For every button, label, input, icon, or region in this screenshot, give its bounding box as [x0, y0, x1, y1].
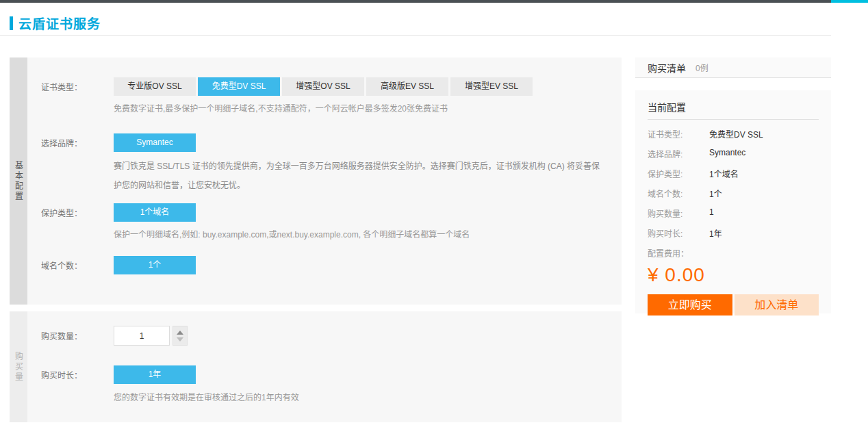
basic-config-panel: 基本配置 证书类型： 专业版OV SSL 免费型DV SSL 增强型OV SSL…: [10, 57, 622, 305]
cert-type-row: 证书类型： 专业版OV SSL 免费型DV SSL 增强型OV SSL 高级版E…: [27, 77, 622, 96]
summary-label: 域名个数:: [648, 188, 709, 199]
quantity-label: 购买数量：: [27, 330, 114, 342]
summary-value: Symantec: [709, 148, 745, 159]
protection-type-row: 保护类型： 1个域名: [27, 203, 622, 222]
domain-count-label: 域名个数：: [27, 259, 114, 271]
summary-value: 1个域名: [709, 168, 739, 179]
cert-type-option-enhanced-ov[interactable]: 增强型OV SSL: [282, 77, 364, 96]
page-title: 云盾证书服务: [18, 14, 101, 32]
summary-row-domain-count: 域名个数: 1个: [648, 188, 819, 199]
duration-option-one-year[interactable]: 1年: [114, 365, 196, 384]
cert-type-options: 专业版OV SSL 免费型DV SSL 增强型OV SSL 高级版EV SSL …: [114, 77, 535, 96]
cart-count-badge: 0例: [695, 62, 709, 73]
summary-value: 1: [709, 207, 714, 219]
brand-label: 选择品牌：: [27, 137, 114, 149]
summary-label: 购买时长:: [648, 227, 709, 239]
summary-label: 保护类型:: [648, 168, 709, 179]
quantity-row: 购买数量：: [27, 326, 622, 346]
stepper-up-icon[interactable]: [177, 331, 183, 335]
tab-purchase[interactable]: 购买量: [10, 311, 27, 422]
cert-type-option-advanced-ev[interactable]: 高级版EV SSL: [366, 77, 448, 96]
cert-type-description: 免费数字证书,最多保护一个明细子域名,不支持通配符，一个阿云帐户最多签发20张免…: [114, 103, 608, 115]
protection-type-label: 保护类型：: [27, 207, 114, 218]
cert-type-option-enhanced-ev[interactable]: 增强型EV SSL: [450, 77, 533, 96]
domain-count-option-one[interactable]: 1个: [114, 256, 196, 274]
top-border: [0, 0, 868, 3]
quantity-input[interactable]: [114, 326, 170, 346]
top-border-dark: [0, 0, 831, 3]
cart-title: 购买清单: [648, 61, 686, 75]
cart-bar: 购买清单 0例: [635, 57, 831, 78]
current-config-panel: 当前配置 证书类型: 免费型DV SSL 选择品牌: Symantec 保护类型…: [635, 90, 831, 313]
total-price: ¥ 0.00: [648, 264, 819, 286]
protection-type-description: 保护一个明细域名,例如: buy.example.com,或next.buy.e…: [114, 229, 608, 241]
brand-option-symantec[interactable]: Symantec: [114, 133, 196, 152]
domain-count-options: 1个: [114, 256, 198, 274]
page: 云盾证书服务 基本配置 证书类型： 专业版OV SSL 免费型DV SSL 增强…: [0, 0, 868, 425]
tab-purchase-label: 购买量: [13, 352, 25, 383]
stepper-down-icon[interactable]: [177, 337, 183, 342]
summary-row-protection: 保护类型: 1个域名: [648, 168, 819, 179]
summary-buttons: 立即购买 加入清单: [648, 294, 819, 315]
summary-label: 证书类型:: [648, 128, 709, 140]
summary-row-brand: 选择品牌: Symantec: [648, 148, 819, 159]
duration-options: 1年: [114, 365, 198, 384]
domain-count-row: 域名个数： 1个: [27, 256, 622, 274]
cert-type-option-professional-ov[interactable]: 专业版OV SSL: [114, 77, 196, 96]
summary-label: 购买数量:: [648, 207, 709, 219]
summary-label: 选择品牌:: [648, 148, 709, 159]
protection-type-options: 1个域名: [114, 203, 198, 222]
quantity-stepper[interactable]: [173, 326, 188, 346]
summary-row-cert-type: 证书类型: 免费型DV SSL: [648, 128, 819, 140]
summary-value: 1个: [709, 188, 722, 199]
purchase-panel: 购买量 购买数量： 购买时长： 1年 您的数字证书有效期是在审核通: [10, 311, 622, 422]
buy-now-button[interactable]: 立即购买: [648, 294, 732, 315]
duration-row: 购买时长： 1年: [27, 365, 622, 384]
brand-description: 赛门铁克是 SSL/TLS 证书的领先提供商，为全球一百多万台网络服务器提供安全…: [114, 157, 608, 195]
fee-label: 配置费用：: [648, 247, 819, 259]
current-config-title: 当前配置: [648, 90, 819, 114]
cert-type-label: 证书类型：: [27, 81, 114, 92]
top-border-cyan: [831, 0, 868, 3]
summary-divider: [648, 119, 819, 120]
summary-rows: 证书类型: 免费型DV SSL 选择品牌: Symantec 保护类型: 1个域…: [648, 128, 819, 239]
protection-type-option-one-domain[interactable]: 1个域名: [114, 203, 196, 222]
tab-basic-config[interactable]: 基本配置: [10, 57, 27, 305]
summary-value: 免费型DV SSL: [709, 128, 763, 140]
header-divider: [0, 35, 831, 36]
page-header: 云盾证书服务: [10, 14, 101, 32]
duration-description: 您的数字证书有效期是在审核通过之后的1年内有效: [114, 392, 608, 404]
brand-row: 选择品牌： Symantec: [27, 133, 622, 152]
summary-value: 1年: [709, 227, 722, 239]
add-to-cart-button[interactable]: 加入清单: [735, 294, 819, 315]
basic-config-body: 证书类型： 专业版OV SSL 免费型DV SSL 增强型OV SSL 高级版E…: [27, 57, 622, 305]
summary-row-duration: 购买时长: 1年: [648, 227, 819, 239]
duration-label: 购买时长：: [27, 369, 114, 381]
cert-type-option-free-dv[interactable]: 免费型DV SSL: [198, 77, 280, 96]
summary-row-quantity: 购买数量: 1: [648, 207, 819, 219]
quantity-control: [114, 326, 188, 346]
title-accent-bar: [10, 16, 13, 30]
purchase-body: 购买数量： 购买时长： 1年 您的数字证书有效期是在审核通过之后的1年内有效: [27, 311, 622, 422]
tab-basic-config-label: 基本配置: [13, 161, 25, 202]
brand-options: Symantec: [114, 133, 198, 152]
